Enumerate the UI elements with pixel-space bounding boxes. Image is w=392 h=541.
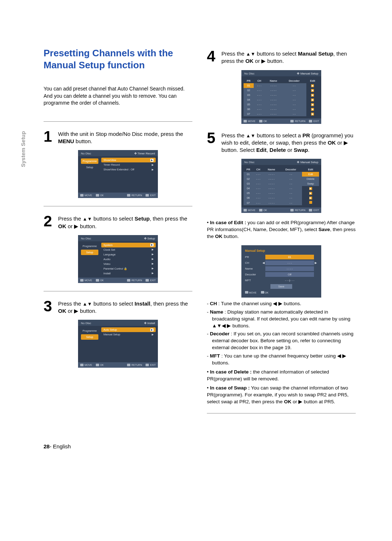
table-row: 03- - -- - - -- -▶ xyxy=(244,93,319,97)
note-delete: • In case of Delete : the channel inform… xyxy=(207,369,356,383)
step-text: Press the ▲▼ buttons to select Setup, th… xyxy=(58,214,192,230)
step-number: 4 xyxy=(207,49,218,63)
step-5: 5 Press the ▲▼ buttons to select a PR (p… xyxy=(207,131,356,154)
table-row: 05- - -- - - -- -▶ xyxy=(244,102,319,107)
osd-item: Install▶ xyxy=(101,271,156,276)
edit-save: Save xyxy=(270,284,292,289)
table-row: 06- - -- - - -- -▶ xyxy=(244,195,319,200)
osd-nodisc: No Disc xyxy=(81,322,91,325)
osd-footer: MOVE OK RETURN EXIT xyxy=(241,207,321,213)
step-4: 4 Press the ▲▼ buttons to select Manual … xyxy=(207,49,356,65)
osd-nodisc: No Disc xyxy=(244,72,254,75)
table-row: 02- - -- - - -- -Delete xyxy=(244,177,319,181)
table-row: 07- - -- - - -- - xyxy=(244,200,319,205)
divider xyxy=(207,413,356,413)
osd-footer: MOVE OK RETURN EXIT xyxy=(241,118,321,124)
osd-breadcrumb: ✤ Setup xyxy=(144,237,155,240)
osd-item: Language▶ xyxy=(101,252,156,257)
divider xyxy=(44,206,192,206)
step-number: 3 xyxy=(44,299,54,313)
osd-footer: MOVE OK RETURN EXIT xyxy=(78,362,158,368)
table-row: 07- - -- - - -- -▶ xyxy=(244,112,319,116)
step-number: 2 xyxy=(44,214,54,228)
channel-table: PRCHNameDecoderEdit 01- - -- - - -- -Edi… xyxy=(244,167,319,205)
osd-edit-footer: MOVE OK xyxy=(245,291,318,294)
side-tab: System Setup xyxy=(20,131,26,167)
edit-row-decoder: DecoderOff xyxy=(245,272,318,277)
edit-row-name: Name- - - - xyxy=(245,266,318,271)
osd-breadcrumb: ✤ Manual Setup xyxy=(297,161,318,164)
table-row: 01- - -- - - -- -▶ xyxy=(244,83,319,88)
page-footer: 28- English xyxy=(44,443,356,449)
table-row: 02- - -- - - -- -▶ xyxy=(244,88,319,93)
osd-item: ShowView Extended : Off▶ xyxy=(101,167,156,172)
osd-breadcrumb: ✤ Timer Record xyxy=(134,152,155,155)
table-row: 01- - -- - - -- -Edit xyxy=(244,172,319,177)
osd-breadcrumb: ✤ Install xyxy=(144,322,155,325)
page-title: Presetting Channels with the Manual Setu… xyxy=(44,47,192,71)
osd-tab-programme: Programme xyxy=(81,243,98,249)
osd-manual-setup-list: No Disc ✤ Manual Setup PRCHNameDecoderEd… xyxy=(241,70,321,124)
osd-item: Audio▶ xyxy=(101,257,156,262)
osd-item: System▶ xyxy=(101,243,156,247)
edit-row-mft: MFT- - -|- - - xyxy=(245,278,318,283)
osd-item: Clock Set▶ xyxy=(101,247,156,252)
note-swap: • In case of Swap : You can swap the cha… xyxy=(207,385,356,405)
step-number: 5 xyxy=(207,131,218,145)
divider xyxy=(44,121,192,122)
step-text: Press the ▲▼ buttons to select Install, … xyxy=(58,299,192,315)
osd-item: Manual Setup▶ xyxy=(101,332,156,337)
osd-item: Parental Control 🔒▶ xyxy=(101,266,156,271)
osd-item: Timer Record▶ xyxy=(101,162,156,167)
step-number: 1 xyxy=(44,130,54,144)
osd-nodisc: No Disc xyxy=(81,152,91,155)
note-edit: • In case of Edit : you can add or edit … xyxy=(207,219,356,240)
osd-timer-record: No Disc ✤ Timer Record Programme Setup S… xyxy=(78,150,158,198)
osd-nodisc: No Disc xyxy=(244,161,254,164)
osd-item: Video▶ xyxy=(101,262,156,266)
channel-table: PRCHNameDecoderEdit 01- - -- - - -- -▶ 0… xyxy=(244,78,319,116)
step-text: Press the ▲▼ buttons to select Manual Se… xyxy=(221,49,356,65)
table-row: 05- - -- - - -- -▶ xyxy=(244,191,319,195)
step-2: 2 Press the ▲▼ buttons to select Setup, … xyxy=(44,214,192,230)
osd-setup: No Disc ✤ Setup Programme Setup System▶ … xyxy=(78,235,158,283)
table-row: 03- - -- - - -- -Swap xyxy=(244,181,319,186)
table-row: 06- - -- - - -- -▶ xyxy=(244,107,319,112)
osd-tab-setup: Setup xyxy=(81,250,98,255)
edit-row-ch: CH◀- - -▶ xyxy=(245,261,318,265)
osd-install: No Disc ✤ Install Programme Setup Auto S… xyxy=(78,320,158,368)
table-row: 04- - -- - - -- -▶ xyxy=(244,186,319,191)
divider xyxy=(44,291,192,291)
osd-nodisc: No Disc xyxy=(81,237,91,240)
intro-text: You can add preset channel that Auto Cha… xyxy=(44,85,192,107)
step-1: 1 With the unit in Stop mode/No Disc mod… xyxy=(44,130,192,145)
step-3: 3 Press the ▲▼ buttons to select Install… xyxy=(44,299,192,315)
osd-item: ShowView▶ xyxy=(101,158,156,162)
osd-item: Auto Setup▶ xyxy=(101,327,156,332)
osd-footer: MOVE OK RETURN EXIT xyxy=(78,193,158,198)
osd-footer: MOVE OK RETURN EXIT xyxy=(78,278,158,283)
desc-list: - CH : Tune the channel using ◀ ▶ button… xyxy=(207,300,356,367)
osd-manual-setup-actions: No Disc ✤ Manual Setup PRCHNameDecoderEd… xyxy=(241,159,321,213)
osd-tab-programme: Programme xyxy=(81,328,98,334)
osd-tab-setup: Setup xyxy=(81,165,98,170)
edit-row-pr: PR01 xyxy=(245,255,318,259)
step-text: With the unit in Stop mode/No Disc mode,… xyxy=(58,130,192,145)
osd-tab-programme: Programme xyxy=(81,158,98,164)
osd-breadcrumb: ✤ Manual Setup xyxy=(297,72,318,75)
step-text: Press the ▲▼ buttons to select a PR (pro… xyxy=(221,131,356,154)
osd-manual-setup-edit: Manual Setup PR01 CH◀- - -▶ Name- - - - … xyxy=(241,245,321,298)
table-row: 04- - -- - - -- -▶ xyxy=(244,97,319,102)
osd-tab-setup: Setup xyxy=(81,334,98,340)
osd-edit-head: Manual Setup xyxy=(245,249,318,253)
